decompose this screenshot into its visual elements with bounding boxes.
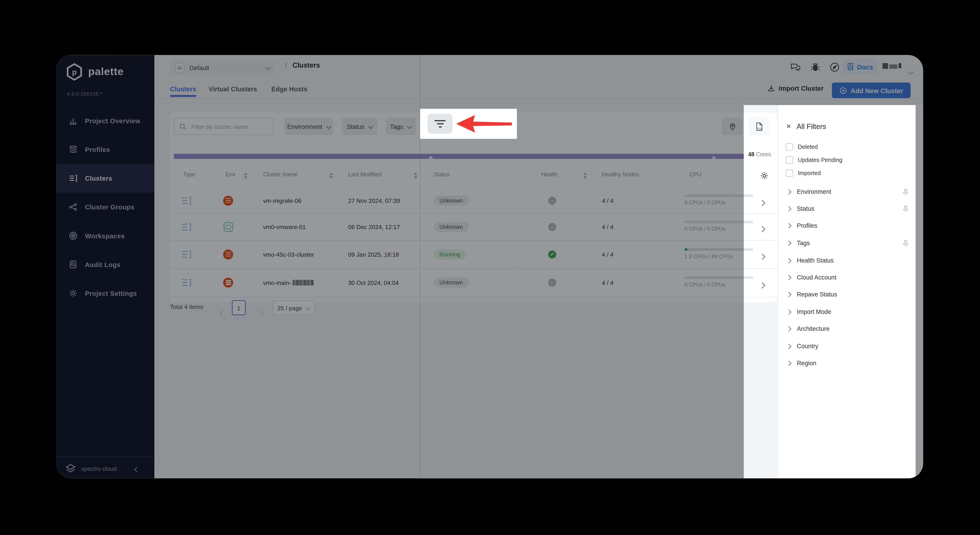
row-expand-chevron[interactable] xyxy=(760,279,764,290)
chevron-down-icon xyxy=(266,65,271,70)
docs-label: Docs xyxy=(857,63,873,70)
tab-virtual-clusters[interactable]: Virtual Clusters xyxy=(209,85,257,92)
chat-icon[interactable] xyxy=(790,62,800,73)
filter-section-region[interactable]: Region xyxy=(787,360,915,366)
import-cluster-button[interactable]: Import Cluster xyxy=(768,84,824,92)
filter-section-repave-status[interactable]: Repave Status xyxy=(787,291,915,298)
cluster-name: vmo-main- xyxy=(263,279,314,286)
search-icon xyxy=(180,123,186,130)
project-scope-selector[interactable]: Default xyxy=(170,60,275,75)
filter-checkbox-deleted[interactable]: Deleted xyxy=(786,143,818,150)
compass-icon[interactable] xyxy=(829,62,840,73)
health-unknown-icon: – xyxy=(548,196,556,204)
last-modified: 06 Dec 2024, 12:17 xyxy=(348,223,400,230)
sort-name[interactable] xyxy=(329,172,333,179)
filter-section-import-mode[interactable]: Import Mode xyxy=(787,308,915,315)
filter-section-health-status[interactable]: Health Status xyxy=(787,257,915,264)
filter-section-environment[interactable]: Environment xyxy=(787,188,915,195)
capacity-bar-notch xyxy=(711,156,716,159)
filter-checkbox-imported[interactable]: Imported xyxy=(786,169,821,177)
screenshot-stage: p palette 4.6.0-250108 * Project Overvie… xyxy=(0,0,980,535)
status-badge: Unknown xyxy=(434,278,469,288)
chevron-right-icon xyxy=(759,226,765,232)
table-row[interactable]: vmo-main- 30 Oct 2024, 04:04 Unknown – 4… xyxy=(170,268,778,298)
tab-clusters[interactable]: Clusters xyxy=(170,85,196,92)
chevron-down-icon xyxy=(407,124,412,129)
tags-filter-dropdown[interactable]: Tags xyxy=(386,118,416,135)
cpu-usage-bar xyxy=(684,276,753,279)
user-menu-chevron[interactable] xyxy=(909,65,913,76)
chevron-down-icon xyxy=(908,69,913,75)
sidebar-item-cluster-groups[interactable]: Cluster Groups xyxy=(56,193,154,221)
docs-button[interactable]: Docs xyxy=(843,59,877,75)
filter-section-country[interactable]: Country xyxy=(787,342,915,349)
env-vsphere-icon xyxy=(223,195,233,205)
row-expand-chevron[interactable] xyxy=(760,250,764,261)
export-csv-button[interactable]: CSV xyxy=(749,118,769,135)
sidebar-collapse-button[interactable] xyxy=(135,465,139,473)
chevron-right-icon xyxy=(759,200,765,206)
filter-section-tags[interactable]: Tags xyxy=(787,239,915,246)
chevron-right-icon xyxy=(786,360,791,366)
sort-health[interactable] xyxy=(583,172,587,179)
row-expand-chevron[interactable] xyxy=(760,223,764,234)
sidebar-item-project-settings[interactable]: Project Settings xyxy=(56,279,154,307)
filter-section-profiles[interactable]: Profiles xyxy=(787,222,915,229)
map-view-button[interactable] xyxy=(722,118,743,135)
pin-icon[interactable] xyxy=(902,240,909,246)
page-title: Clusters xyxy=(293,61,320,69)
filter-section-cloud-account[interactable]: Cloud Account xyxy=(787,274,915,280)
cluster-type-icon xyxy=(181,250,191,259)
sidebar-item-project-overview[interactable]: Project Overview xyxy=(56,106,154,135)
col-header-health: Health xyxy=(541,171,558,178)
filter-section-architecture[interactable]: Architecture xyxy=(787,325,915,332)
col-header-env: Env xyxy=(226,171,235,178)
tab-edge-hosts[interactable]: Edge Hosts xyxy=(271,85,307,92)
healthy-nodes: 4 / 4 xyxy=(602,251,613,258)
bug-icon[interactable] xyxy=(810,62,821,73)
cpu-usage-text: 0 CPUs / 0 CPUs xyxy=(684,199,725,206)
last-modified: 30 Oct 2024, 04:04 xyxy=(348,279,398,286)
table-row[interactable]: vm-migrate-06 27 Nov 2024, 07:39 Unknown… xyxy=(170,188,778,214)
table-row[interactable]: vm0-vmware-01 06 Dec 2024, 12:17 Unknown… xyxy=(170,213,778,241)
sidebar-item-audit-logs[interactable]: Audit Logs xyxy=(56,250,154,279)
add-new-cluster-label: Add New Cluster xyxy=(851,87,903,94)
row-expand-chevron[interactable] xyxy=(760,196,764,208)
chevron-right-icon xyxy=(786,326,791,331)
pin-icon[interactable] xyxy=(902,205,909,212)
add-new-cluster-button[interactable]: Add New Cluster xyxy=(832,83,911,98)
sort-modified[interactable] xyxy=(414,172,418,179)
sidebar-item-profiles[interactable]: Profiles xyxy=(56,135,154,164)
capacity-bar-notch xyxy=(428,156,433,159)
sort-env[interactable] xyxy=(243,172,248,179)
col-header-nodes: Healthy Nodes xyxy=(602,171,639,178)
sidebar-item-workspaces[interactable]: Workspaces xyxy=(56,221,154,250)
search-input[interactable] xyxy=(190,122,261,131)
user-name-redacted[interactable] xyxy=(883,63,904,70)
active-tab-underline xyxy=(170,95,196,97)
advanced-filter-button[interactable] xyxy=(427,114,452,134)
table-row[interactable]: vmo-45c-03-cluster 09 Jan 2025, 18:18 Ru… xyxy=(170,240,778,269)
filter-section-status[interactable]: Status xyxy=(787,205,915,212)
cpu-usage-text: 1.9 CPUs / 48 CPUs xyxy=(684,253,733,260)
filter-checkbox-updates-pending[interactable]: Updates Pending xyxy=(786,156,842,164)
filter-icon xyxy=(434,120,446,121)
status-filter-dropdown[interactable]: Status xyxy=(342,118,378,135)
pagination-page-1[interactable]: 1 xyxy=(232,300,246,315)
col-header-type: Type xyxy=(183,171,195,178)
cluster-search[interactable] xyxy=(174,118,274,135)
close-icon[interactable]: × xyxy=(786,122,791,130)
cluster-name: vm-migrate-06 xyxy=(263,197,301,204)
sidebar-item-clusters[interactable]: Clusters xyxy=(56,164,154,193)
pin-icon[interactable] xyxy=(902,189,909,195)
healthy-nodes: 4 / 4 xyxy=(602,197,613,204)
pagination-prev-button[interactable] xyxy=(221,306,224,317)
table-settings-gear-icon[interactable] xyxy=(760,171,769,180)
page-size-selector[interactable]: 25 / page xyxy=(272,300,315,315)
cluster-list-icon xyxy=(69,174,78,183)
capacity-label: 48 Cores xyxy=(748,151,771,158)
environment-filter-dropdown[interactable]: Environment xyxy=(284,118,333,135)
gear-icon xyxy=(69,289,78,298)
chevron-right-icon xyxy=(786,309,791,314)
pagination-next-button[interactable] xyxy=(259,306,263,317)
